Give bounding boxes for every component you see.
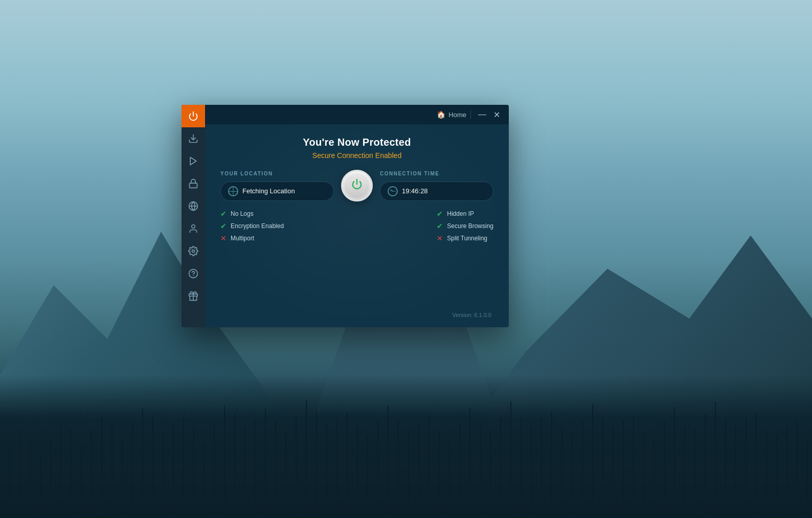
encryption-icon: ✔ [220,222,227,230]
secure-connection-label: Secure Connection Enabled [312,151,401,160]
sidebar-item-gift[interactable] [182,285,205,307]
location-label: YOUR LOCATION [220,171,334,176]
sidebar-item-user[interactable] [182,217,205,240]
feature-encryption: ✔ Encryption Enabled [220,222,284,230]
svg-marker-2 [190,157,196,165]
time-label: CONNECTION TIME [380,171,493,176]
features-right: ✔ Hidden IP ✔ Secure Browsing ✕ Split Tu… [437,210,493,242]
split-tunneling-label: Split Tunneling [447,235,487,242]
feature-multiport: ✕ Multiport [220,234,284,242]
hidden-ip-label: Hidden IP [447,210,474,217]
secure-browsing-icon: ✔ [437,222,443,230]
feature-hidden-ip: ✔ Hidden IP [437,210,493,218]
home-icon: 🏠 [437,110,445,119]
svg-point-7 [192,250,195,253]
globe-icon [228,186,238,196]
sidebar-item-power[interactable] [182,105,205,127]
encryption-label: Encryption Enabled [231,222,284,230]
secure-browsing-label: Secure Browsing [447,222,493,230]
title-bar: 🏠 Home — ✕ [205,105,509,124]
sidebar-item-download[interactable] [182,127,205,150]
time-section: CONNECTION TIME 19:46:28 [380,171,493,201]
location-pill: Fetching Location [220,182,334,201]
features-left: ✔ No Logs ✔ Encryption Enabled ✕ Multipo… [220,210,284,242]
content-area: You're Now Protected Secure Connection E… [205,124,509,327]
user-icon [188,223,198,234]
tree-silhouettes [0,375,812,518]
status-row: YOUR LOCATION Fetching Location [220,170,493,201]
feature-secure-browsing: ✔ Secure Browsing [437,222,493,230]
sidebar-item-play[interactable] [182,150,205,172]
svg-point-6 [192,225,195,229]
feature-no-logs: ✔ No Logs [220,210,284,218]
minimize-button[interactable]: — [475,107,489,122]
sidebar-item-help[interactable] [182,262,205,285]
clock-hand-minute [393,191,396,191]
sidebar-item-settings[interactable] [182,240,205,262]
download-icon [188,133,198,144]
sidebar-item-lock[interactable] [182,172,205,195]
clock-icon [388,186,398,196]
lock-icon [188,178,198,189]
home-label: Home [448,111,466,119]
svg-rect-3 [190,183,197,188]
protected-title: You're Now Protected [303,137,411,148]
no-logs-icon: ✔ [220,210,227,218]
time-pill: 19:46:28 [380,182,493,201]
power-button-container [339,170,375,201]
location-section: YOUR LOCATION Fetching Location [220,171,334,201]
power-button[interactable] [341,170,373,201]
gift-icon [188,291,198,301]
power-icon [351,178,363,193]
version-bar: Version: 6.1.0.0 [220,308,493,319]
close-button[interactable]: ✕ [489,107,504,122]
power-sidebar-icon [188,111,198,121]
main-content: 🏠 Home — ✕ You're Now Protected Secure C… [205,105,509,327]
features-row: ✔ No Logs ✔ Encryption Enabled ✕ Multipo… [220,210,493,242]
multiport-icon: ✕ [220,234,227,242]
app-window: 🏠 Home — ✕ You're Now Protected Secure C… [182,105,509,327]
ip-icon [188,201,198,211]
sidebar-item-ip[interactable] [182,195,205,217]
help-icon [188,268,198,279]
time-value: 19:46:28 [402,187,428,195]
title-bar-nav: 🏠 Home [437,110,466,119]
version-text: Version: 6.1.0.0 [453,312,491,318]
power-svg-icon [351,178,363,190]
hidden-ip-icon: ✔ [437,210,443,218]
location-value: Fetching Location [242,187,295,195]
no-logs-label: No Logs [231,210,254,217]
settings-icon [188,246,198,256]
feature-split-tunneling: ✕ Split Tunneling [437,234,493,242]
title-bar-divider [470,110,471,119]
split-tunneling-icon: ✕ [437,234,443,242]
multiport-label: Multiport [231,235,254,242]
play-icon [188,156,198,166]
sidebar [182,105,205,327]
